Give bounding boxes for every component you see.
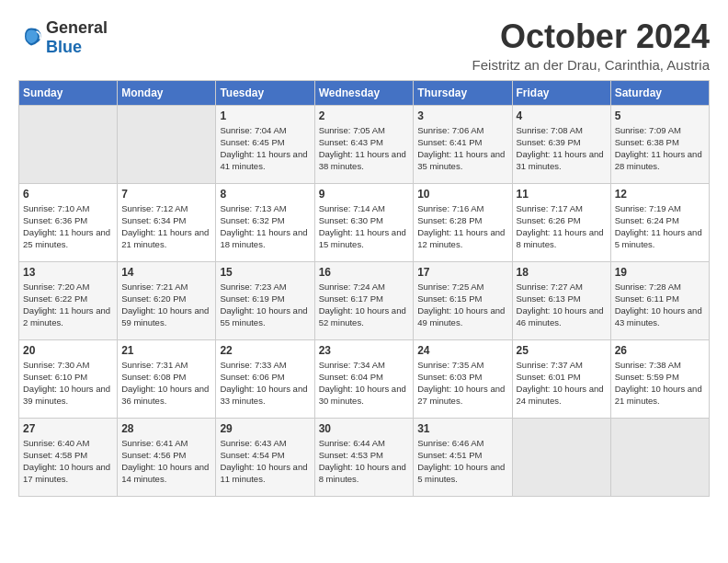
calendar-week-row: 20Sunrise: 7:30 AM Sunset: 6:10 PM Dayli… <box>19 339 710 418</box>
day-number: 5 <box>615 109 705 122</box>
month-title: October 2024 <box>472 18 710 55</box>
header-cell-monday: Monday <box>118 80 216 105</box>
calendar-cell: 3Sunrise: 7:06 AM Sunset: 6:41 PM Daylig… <box>414 105 512 183</box>
day-info: Sunrise: 7:19 AM Sunset: 6:24 PM Dayligh… <box>615 202 705 251</box>
day-info: Sunrise: 6:40 AM Sunset: 4:58 PM Dayligh… <box>23 437 113 486</box>
day-number: 18 <box>517 266 607 279</box>
day-info: Sunrise: 7:35 AM Sunset: 6:03 PM Dayligh… <box>417 359 507 408</box>
day-number: 4 <box>517 109 607 122</box>
day-info: Sunrise: 7:12 AM Sunset: 6:34 PM Dayligh… <box>121 202 211 251</box>
calendar-cell <box>19 105 118 183</box>
calendar-cell: 18Sunrise: 7:27 AM Sunset: 6:13 PM Dayli… <box>512 261 610 339</box>
day-info: Sunrise: 7:13 AM Sunset: 6:32 PM Dayligh… <box>220 202 310 251</box>
calendar-cell: 31Sunrise: 6:46 AM Sunset: 4:51 PM Dayli… <box>414 418 512 496</box>
logo: General Blue <box>18 18 108 57</box>
calendar-cell: 9Sunrise: 7:14 AM Sunset: 6:30 PM Daylig… <box>314 183 414 261</box>
header-cell-tuesday: Tuesday <box>216 80 314 105</box>
day-info: Sunrise: 6:44 AM Sunset: 4:53 PM Dayligh… <box>319 437 410 486</box>
day-info: Sunrise: 7:37 AM Sunset: 6:01 PM Dayligh… <box>517 359 607 408</box>
day-number: 27 <box>23 422 113 435</box>
calendar-table: SundayMondayTuesdayWednesdayThursdayFrid… <box>18 80 710 497</box>
calendar-cell: 12Sunrise: 7:19 AM Sunset: 6:24 PM Dayli… <box>610 183 709 261</box>
calendar-cell: 26Sunrise: 7:38 AM Sunset: 5:59 PM Dayli… <box>610 339 709 418</box>
day-info: Sunrise: 7:27 AM Sunset: 6:13 PM Dayligh… <box>517 281 607 329</box>
calendar-cell: 20Sunrise: 7:30 AM Sunset: 6:10 PM Dayli… <box>19 339 118 418</box>
day-number: 20 <box>23 344 113 357</box>
day-info: Sunrise: 7:30 AM Sunset: 6:10 PM Dayligh… <box>23 359 113 408</box>
day-number: 16 <box>319 266 410 279</box>
day-number: 2 <box>319 109 410 122</box>
day-info: Sunrise: 7:10 AM Sunset: 6:36 PM Dayligh… <box>23 202 113 251</box>
day-number: 7 <box>121 188 211 201</box>
day-info: Sunrise: 7:14 AM Sunset: 6:30 PM Dayligh… <box>319 202 410 251</box>
calendar-cell: 8Sunrise: 7:13 AM Sunset: 6:32 PM Daylig… <box>216 183 314 261</box>
day-info: Sunrise: 7:20 AM Sunset: 6:22 PM Dayligh… <box>23 281 113 329</box>
day-info: Sunrise: 7:17 AM Sunset: 6:26 PM Dayligh… <box>517 202 607 251</box>
day-number: 28 <box>121 422 211 435</box>
day-number: 11 <box>517 188 607 201</box>
calendar-cell: 29Sunrise: 6:43 AM Sunset: 4:54 PM Dayli… <box>216 418 314 496</box>
logo-icon <box>18 25 44 51</box>
calendar-cell: 11Sunrise: 7:17 AM Sunset: 6:26 PM Dayli… <box>512 183 610 261</box>
page-header: General Blue October 2024 Feistritz an d… <box>18 18 710 73</box>
day-number: 9 <box>319 188 410 201</box>
day-number: 31 <box>417 422 507 435</box>
header-cell-sunday: Sunday <box>19 80 118 105</box>
calendar-cell: 22Sunrise: 7:33 AM Sunset: 6:06 PM Dayli… <box>216 339 314 418</box>
header-cell-thursday: Thursday <box>414 80 512 105</box>
calendar-week-row: 1Sunrise: 7:04 AM Sunset: 6:45 PM Daylig… <box>19 105 710 183</box>
calendar-cell: 25Sunrise: 7:37 AM Sunset: 6:01 PM Dayli… <box>512 339 610 418</box>
day-number: 8 <box>220 188 310 201</box>
calendar-cell: 15Sunrise: 7:23 AM Sunset: 6:19 PM Dayli… <box>216 261 314 339</box>
day-number: 23 <box>319 344 410 357</box>
day-info: Sunrise: 7:09 AM Sunset: 6:38 PM Dayligh… <box>615 124 705 173</box>
day-number: 22 <box>220 344 310 357</box>
day-number: 14 <box>121 266 211 279</box>
calendar-cell: 1Sunrise: 7:04 AM Sunset: 6:45 PM Daylig… <box>216 105 314 183</box>
day-number: 26 <box>615 344 705 357</box>
header-cell-friday: Friday <box>512 80 610 105</box>
day-info: Sunrise: 7:05 AM Sunset: 6:43 PM Dayligh… <box>319 124 410 173</box>
calendar-cell: 17Sunrise: 7:25 AM Sunset: 6:15 PM Dayli… <box>414 261 512 339</box>
calendar-cell <box>610 418 709 496</box>
day-number: 1 <box>220 109 310 122</box>
calendar-header: SundayMondayTuesdayWednesdayThursdayFrid… <box>19 80 710 105</box>
day-info: Sunrise: 6:41 AM Sunset: 4:56 PM Dayligh… <box>121 437 211 486</box>
day-number: 6 <box>23 188 113 201</box>
day-info: Sunrise: 7:06 AM Sunset: 6:41 PM Dayligh… <box>417 124 507 173</box>
header-cell-wednesday: Wednesday <box>314 80 414 105</box>
day-info: Sunrise: 7:33 AM Sunset: 6:06 PM Dayligh… <box>220 359 310 408</box>
day-number: 3 <box>417 109 507 122</box>
day-number: 30 <box>319 422 410 435</box>
day-number: 10 <box>417 188 507 201</box>
day-number: 19 <box>615 266 705 279</box>
day-info: Sunrise: 7:23 AM Sunset: 6:19 PM Dayligh… <box>220 281 310 329</box>
day-info: Sunrise: 7:31 AM Sunset: 6:08 PM Dayligh… <box>121 359 211 408</box>
header-row: SundayMondayTuesdayWednesdayThursdayFrid… <box>19 80 710 105</box>
day-number: 13 <box>23 266 113 279</box>
calendar-week-row: 6Sunrise: 7:10 AM Sunset: 6:36 PM Daylig… <box>19 183 710 261</box>
calendar-week-row: 13Sunrise: 7:20 AM Sunset: 6:22 PM Dayli… <box>19 261 710 339</box>
calendar-cell: 2Sunrise: 7:05 AM Sunset: 6:43 PM Daylig… <box>314 105 414 183</box>
day-info: Sunrise: 7:25 AM Sunset: 6:15 PM Dayligh… <box>417 281 507 329</box>
calendar-week-row: 27Sunrise: 6:40 AM Sunset: 4:58 PM Dayli… <box>19 418 710 496</box>
day-info: Sunrise: 7:24 AM Sunset: 6:17 PM Dayligh… <box>319 281 410 329</box>
day-info: Sunrise: 7:38 AM Sunset: 5:59 PM Dayligh… <box>615 359 705 408</box>
calendar-cell: 23Sunrise: 7:34 AM Sunset: 6:04 PM Dayli… <box>314 339 414 418</box>
day-number: 12 <box>615 188 705 201</box>
day-info: Sunrise: 7:28 AM Sunset: 6:11 PM Dayligh… <box>615 281 705 329</box>
calendar-body: 1Sunrise: 7:04 AM Sunset: 6:45 PM Daylig… <box>19 105 710 496</box>
day-number: 25 <box>517 344 607 357</box>
calendar-cell: 28Sunrise: 6:41 AM Sunset: 4:56 PM Dayli… <box>118 418 216 496</box>
calendar-cell: 16Sunrise: 7:24 AM Sunset: 6:17 PM Dayli… <box>314 261 414 339</box>
logo-text-blue: Blue <box>46 38 82 56</box>
calendar-cell: 5Sunrise: 7:09 AM Sunset: 6:38 PM Daylig… <box>610 105 709 183</box>
day-number: 15 <box>220 266 310 279</box>
day-info: Sunrise: 6:46 AM Sunset: 4:51 PM Dayligh… <box>417 437 507 486</box>
calendar-cell: 19Sunrise: 7:28 AM Sunset: 6:11 PM Dayli… <box>610 261 709 339</box>
calendar-cell: 6Sunrise: 7:10 AM Sunset: 6:36 PM Daylig… <box>19 183 118 261</box>
day-info: Sunrise: 7:04 AM Sunset: 6:45 PM Dayligh… <box>220 124 310 173</box>
header-cell-saturday: Saturday <box>610 80 709 105</box>
calendar-cell: 14Sunrise: 7:21 AM Sunset: 6:20 PM Dayli… <box>118 261 216 339</box>
calendar-cell <box>512 418 610 496</box>
